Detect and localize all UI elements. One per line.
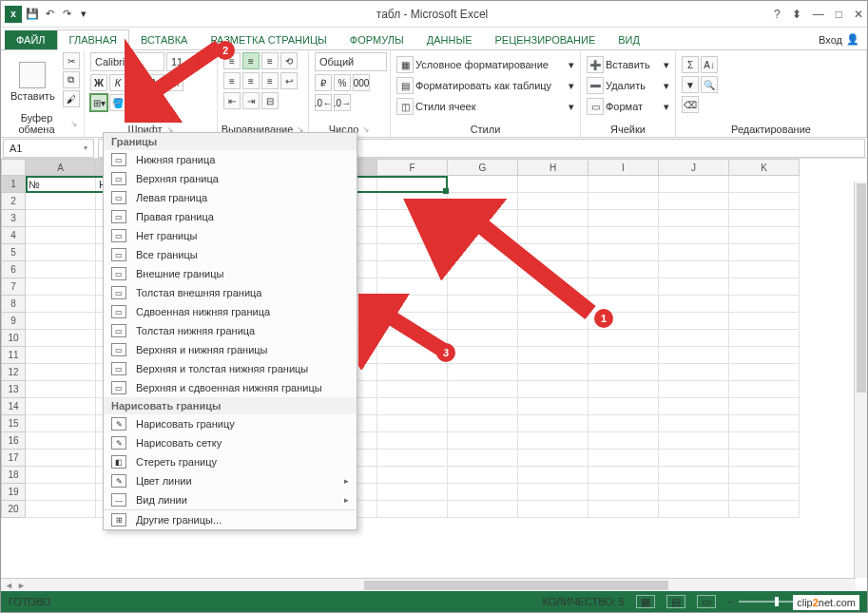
cell[interactable] (729, 244, 800, 261)
tab-formulas[interactable]: ФОРМУЛЫ (338, 30, 415, 49)
cell[interactable] (377, 484, 448, 501)
cell[interactable] (588, 210, 659, 227)
more-borders-menu[interactable]: ⊞Другие границы... (104, 509, 357, 529)
row-header[interactable]: 13 (1, 381, 26, 398)
decrease-indent-icon[interactable]: ⇤ (223, 92, 241, 109)
tab-review[interactable]: РЕЦЕНЗИРОВАНИЕ (483, 30, 607, 49)
cell[interactable] (729, 347, 800, 364)
cell[interactable] (518, 176, 588, 193)
cell[interactable] (659, 330, 729, 347)
align-left-icon[interactable]: ≡ (223, 72, 241, 89)
cell[interactable] (377, 415, 448, 432)
cell[interactable] (659, 296, 729, 313)
border-menu-item[interactable]: ▭Нет границы (104, 226, 357, 245)
cell[interactable] (377, 244, 448, 261)
cell[interactable]: № (26, 176, 96, 193)
cell[interactable] (518, 364, 588, 381)
increase-decimal-icon[interactable]: .0← (315, 94, 332, 111)
fill-color-button[interactable]: 🪣 (109, 94, 126, 111)
cell[interactable] (377, 176, 448, 193)
cell[interactable] (729, 432, 800, 450)
line-color-menu[interactable]: ✎Цвет линии▸ (104, 471, 357, 490)
sheet-nav-prev[interactable]: ◄ (5, 581, 13, 590)
cell[interactable] (588, 501, 659, 518)
cell[interactable] (729, 364, 800, 381)
cell[interactable] (377, 193, 448, 210)
cell[interactable] (659, 261, 729, 278)
tab-view[interactable]: ВИД (607, 30, 651, 49)
currency-icon[interactable]: ₽ (315, 74, 332, 91)
cell[interactable] (518, 415, 588, 432)
cell[interactable] (448, 415, 518, 432)
cell[interactable] (518, 210, 588, 227)
border-menu-item[interactable]: ▭Левая граница (104, 188, 357, 207)
row-header[interactable]: 18 (1, 467, 26, 484)
border-menu-item[interactable]: ▭Верхняя граница (104, 169, 357, 188)
cell[interactable] (588, 467, 659, 484)
conditional-formatting-button[interactable]: ▦Условное форматирование▾ (396, 56, 574, 73)
row-header[interactable]: 16 (1, 432, 26, 450)
border-menu-item[interactable]: ▭Правая граница (104, 207, 357, 226)
column-header[interactable]: H (518, 159, 588, 176)
borders-button[interactable]: ⊞▾ (90, 94, 107, 111)
orientation-icon[interactable]: ⟲ (280, 52, 298, 69)
cell[interactable] (729, 398, 800, 415)
cell[interactable] (588, 193, 659, 210)
row-header[interactable]: 15 (1, 415, 26, 432)
border-menu-item[interactable]: ▭Верхняя и сдвоенная нижняя границы (104, 378, 357, 397)
cell[interactable] (26, 296, 96, 313)
cell[interactable] (518, 484, 588, 501)
cell[interactable] (26, 278, 96, 296)
draw-border-menu-item[interactable]: ✎Нарисовать границу (104, 414, 357, 433)
cell[interactable] (448, 244, 518, 261)
autosum-icon[interactable]: Σ (682, 56, 699, 73)
cell[interactable] (518, 501, 588, 518)
border-menu-item[interactable]: ▭Толстая нижняя граница (104, 321, 357, 340)
cell[interactable] (448, 450, 518, 467)
font-color-button[interactable]: A (128, 94, 145, 111)
line-style-menu[interactable]: —Вид линии▸ (104, 490, 357, 509)
cell[interactable] (448, 261, 518, 278)
cell-styles-button[interactable]: ◫Стили ячеек▾ (396, 98, 574, 115)
cell[interactable] (518, 278, 588, 296)
dialog-launcher-icon[interactable]: ↘ (70, 119, 78, 128)
cell[interactable] (659, 364, 729, 381)
cell[interactable] (729, 261, 800, 278)
row-header[interactable]: 5 (1, 244, 26, 261)
cell[interactable] (729, 278, 800, 296)
undo-icon[interactable]: ↶ (43, 8, 56, 21)
cell[interactable] (26, 193, 96, 210)
column-header[interactable]: I (588, 159, 659, 176)
cell[interactable] (659, 278, 729, 296)
cell[interactable] (588, 278, 659, 296)
cell[interactable] (26, 347, 96, 364)
cell[interactable] (377, 398, 448, 415)
row-header[interactable]: 17 (1, 450, 26, 467)
cell[interactable] (659, 210, 729, 227)
cell[interactable] (518, 330, 588, 347)
cell[interactable] (588, 261, 659, 278)
scrollbar-thumb[interactable] (364, 581, 668, 590)
cell[interactable] (729, 313, 800, 330)
cell[interactable] (377, 450, 448, 467)
italic-button[interactable]: К (109, 74, 126, 91)
border-menu-item[interactable]: ▭Верхняя и нижняя границы (104, 340, 357, 359)
border-menu-item[interactable]: ▭Внешние границы (104, 264, 357, 283)
draw-border-menu-item[interactable]: ✎Нарисовать сетку (104, 433, 357, 452)
copy-icon[interactable]: ⧉ (63, 71, 80, 88)
cell[interactable] (26, 244, 96, 261)
cell[interactable] (729, 296, 800, 313)
cell[interactable] (26, 501, 96, 518)
align-center-icon[interactable]: ≡ (242, 72, 260, 89)
cell[interactable] (26, 227, 96, 244)
cell[interactable] (448, 467, 518, 484)
wrap-text-icon[interactable]: ↩ (280, 72, 298, 89)
cell[interactable] (659, 193, 729, 210)
scrollbar-thumb[interactable] (857, 183, 866, 393)
cell[interactable] (659, 347, 729, 364)
cell[interactable] (448, 398, 518, 415)
dialog-launcher-icon[interactable]: ↘ (362, 125, 370, 134)
row-header[interactable]: 10 (1, 330, 26, 347)
cell[interactable] (729, 330, 800, 347)
align-bottom-icon[interactable]: ≡ (261, 52, 279, 69)
